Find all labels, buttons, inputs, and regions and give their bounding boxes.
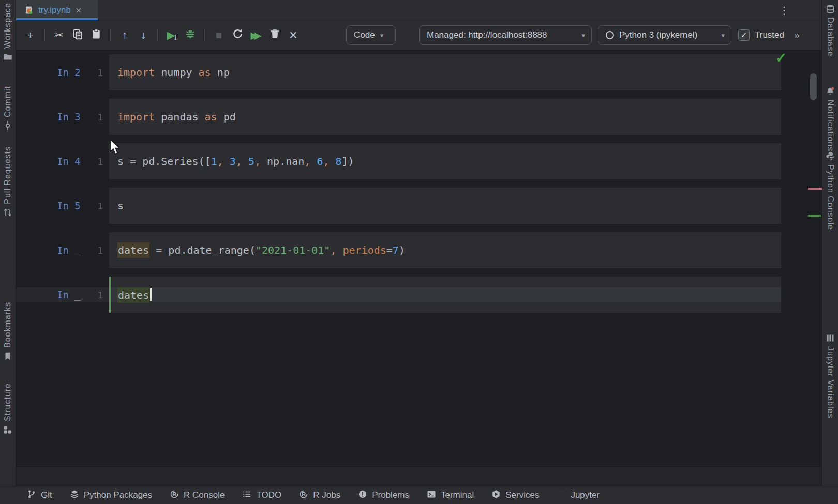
statusbar-problems[interactable]: Problems bbox=[358, 490, 409, 501]
notebook-cell[interactable]: In 21import numpy as np bbox=[16, 50, 807, 95]
svg-text:R: R bbox=[302, 491, 306, 497]
toolwindow-notifications[interactable]: Notifications bbox=[826, 87, 835, 151]
cut-cell-button[interactable]: ✂ bbox=[50, 25, 68, 45]
r-jobs-icon: R bbox=[299, 490, 308, 501]
scissors-icon: ✂ bbox=[54, 29, 64, 41]
code-token: as bbox=[199, 66, 211, 79]
bookmark-icon bbox=[3, 352, 12, 361]
inspection-ok-icon[interactable]: ✓ bbox=[775, 50, 787, 66]
tab-title: try.ipynb bbox=[38, 5, 71, 16]
run-all-icon: ▶▶ bbox=[250, 29, 257, 41]
notebook-editor[interactable]: In 21import numpy as npIn 31import panda… bbox=[16, 50, 807, 467]
notebook-toolbar: + ✂ ↑ ↓ ▶I ■ ▶▶ × Code ▾ bbox=[16, 21, 821, 50]
statusbar-label: Problems bbox=[372, 490, 409, 500]
code-token: np bbox=[211, 66, 230, 79]
terminal-icon bbox=[427, 490, 436, 501]
stop-icon: ■ bbox=[216, 29, 222, 41]
jupyter-server-dropdown[interactable]: Managed: http://localhost:8888 ▾ bbox=[419, 25, 592, 45]
code-token: 8 bbox=[336, 155, 342, 167]
error-stripe-mark-green[interactable] bbox=[808, 215, 821, 217]
code-token: np.nan bbox=[267, 155, 304, 167]
statusbar-jupyter[interactable]: Jupyter bbox=[557, 490, 600, 501]
execution-count-label: In _ bbox=[57, 245, 81, 256]
kernel-dropdown[interactable]: Python 3 (ipykernel) ▾ bbox=[598, 25, 731, 45]
debug-cell-button[interactable] bbox=[181, 25, 200, 45]
trusted-checkbox-group[interactable]: ✓ Trusted bbox=[738, 29, 784, 41]
statusbar-services[interactable]: Services bbox=[491, 490, 539, 501]
interrupt-kernel-button[interactable]: × bbox=[284, 25, 303, 45]
move-cell-down-button[interactable]: ↓ bbox=[134, 25, 153, 45]
code-token: ) bbox=[399, 244, 405, 256]
code-token: dates bbox=[117, 242, 149, 258]
toolwindow-python-console[interactable]: Python Console bbox=[826, 151, 835, 230]
statusbar-r-console[interactable]: RR Console bbox=[170, 490, 225, 501]
code-token: 3 bbox=[230, 155, 236, 167]
statusbar-label: R Jobs bbox=[313, 490, 340, 500]
stop-kernel-button[interactable]: ■ bbox=[210, 25, 228, 45]
cell-code-panel[interactable]: import pandas as pd bbox=[109, 99, 781, 135]
vertical-scrollbar[interactable] bbox=[810, 73, 817, 100]
notebook-cell[interactable]: In 51s bbox=[16, 184, 807, 228]
toolwindow-bookmarks[interactable]: Bookmarks bbox=[3, 302, 12, 361]
cell-type-dropdown[interactable]: Code ▾ bbox=[346, 25, 396, 45]
chevron-down-icon: ▾ bbox=[581, 32, 585, 39]
code-token: , bbox=[217, 155, 230, 167]
toolbar-separator bbox=[44, 28, 45, 42]
statusbar-label: R Console bbox=[184, 490, 225, 500]
statusbar-todo[interactable]: TODO bbox=[242, 490, 281, 501]
cell-code-panel[interactable]: s bbox=[109, 188, 781, 224]
toolwindow-database[interactable]: Database bbox=[826, 4, 835, 57]
cell-code-panel[interactable]: import numpy as np bbox=[109, 54, 781, 90]
current-line-highlight bbox=[111, 287, 781, 302]
run-cell-button[interactable]: ▶I bbox=[162, 25, 181, 45]
editor-bottom-area bbox=[16, 467, 821, 486]
toolbar-separator bbox=[157, 28, 158, 42]
code-token: numpy bbox=[155, 66, 198, 79]
cell-code-panel[interactable]: dates = pd.date_range("2021-01-01", peri… bbox=[109, 232, 781, 268]
cell-code-panel[interactable]: s = pd.Series([1, 3, 5, np.nan, 6, 8]) bbox=[109, 143, 781, 179]
code-token: , bbox=[323, 155, 335, 167]
notebook-cell[interactable]: In 41s = pd.Series([1, 3, 5, np.nan, 6, … bbox=[16, 139, 807, 184]
error-stripe-mark-pink[interactable] bbox=[808, 188, 822, 190]
delete-cell-button[interactable] bbox=[265, 25, 284, 45]
run-all-cells-button[interactable]: ▶▶ bbox=[247, 25, 265, 45]
structure-icon bbox=[3, 425, 12, 434]
cell-code-panel[interactable]: dates bbox=[109, 277, 781, 313]
add-cell-button[interactable]: + bbox=[21, 25, 40, 45]
text-caret bbox=[150, 288, 152, 301]
code-token: s bbox=[117, 200, 124, 212]
notebook-cell[interactable]: In 31import pandas as pd bbox=[16, 95, 807, 139]
tab-options-kebab-icon[interactable]: ⋮ bbox=[779, 4, 789, 17]
trusted-checkbox[interactable]: ✓ bbox=[738, 29, 750, 41]
line-number: 1 bbox=[89, 201, 103, 211]
toolwindow-structure[interactable]: Structure bbox=[3, 383, 12, 434]
toolwindow-label: Structure bbox=[3, 383, 12, 421]
toolwindow-commit[interactable]: Commit bbox=[3, 86, 12, 130]
notebook-cell[interactable]: In _1dates = pd.date_range("2021-01-01",… bbox=[16, 228, 807, 272]
paste-cell-button[interactable] bbox=[87, 25, 106, 45]
move-cell-up-button[interactable]: ↑ bbox=[115, 25, 134, 45]
toolwindow-label: Python Console bbox=[826, 164, 835, 230]
code-token: , bbox=[330, 244, 342, 256]
check-icon: ✓ bbox=[741, 30, 747, 40]
notebook-cell[interactable]: In _1dates bbox=[16, 272, 807, 317]
toolwindow-jupyter-variables[interactable]: Jupyter Variables bbox=[826, 333, 835, 418]
code-token: s = pd.Series([ bbox=[117, 155, 211, 167]
close-tab-icon[interactable]: × bbox=[76, 5, 82, 16]
code-line: dates bbox=[117, 288, 152, 301]
toolwindow-pull-requests[interactable]: Pull Requests bbox=[3, 146, 12, 217]
statusbar-r-jobs[interactable]: RR Jobs bbox=[299, 490, 340, 501]
packages-icon bbox=[70, 490, 79, 501]
code-token: ]) bbox=[342, 155, 354, 167]
toolwindow-workspace[interactable]: Workspace bbox=[3, 3, 12, 62]
restart-kernel-button[interactable] bbox=[228, 25, 247, 45]
toolbar-overflow-icon[interactable]: » bbox=[794, 29, 800, 41]
statusbar-git[interactable]: Git bbox=[27, 490, 52, 501]
cell-list: In 21import numpy as npIn 31import panda… bbox=[16, 50, 807, 317]
server-value: Managed: http://localhost:8888 bbox=[427, 30, 547, 40]
tab-try-ipynb[interactable]: try.ipynb × bbox=[16, 0, 98, 20]
statusbar-terminal[interactable]: Terminal bbox=[427, 490, 474, 501]
code-token: , bbox=[236, 155, 248, 167]
statusbar-python-packages[interactable]: Python Packages bbox=[70, 490, 152, 501]
copy-cell-button[interactable] bbox=[68, 25, 87, 45]
